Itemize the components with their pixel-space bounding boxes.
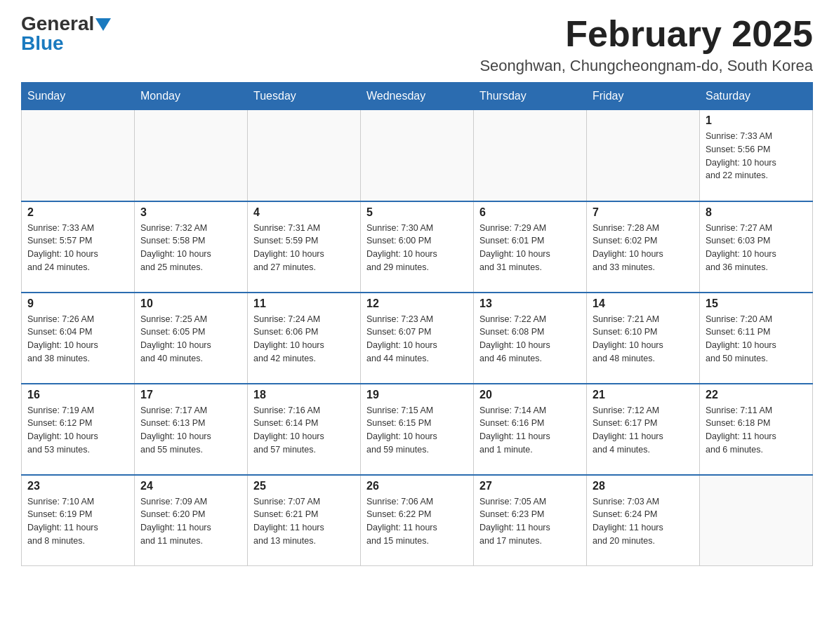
- page-header: General Blue February 2025 Seonghwan, Ch…: [21, 14, 813, 75]
- calendar-cell: 15Sunrise: 7:20 AMSunset: 6:11 PMDayligh…: [700, 293, 813, 384]
- calendar-cell: [700, 475, 813, 566]
- day-number: 22: [706, 389, 807, 401]
- day-number: 20: [479, 389, 581, 401]
- day-info: Sunrise: 7:27 AMSunset: 6:03 PMDaylight:…: [706, 222, 807, 274]
- day-info: Sunrise: 7:20 AMSunset: 6:11 PMDaylight:…: [706, 313, 807, 365]
- day-number: 12: [366, 297, 468, 310]
- calendar-cell: 27Sunrise: 7:05 AMSunset: 6:23 PMDayligh…: [474, 475, 587, 566]
- location-subtitle: Seonghwan, Chungcheongnam-do, South Kore…: [479, 57, 813, 75]
- calendar-cell: 19Sunrise: 7:15 AMSunset: 6:15 PMDayligh…: [361, 384, 474, 475]
- calendar-week-row: 16Sunrise: 7:19 AMSunset: 6:12 PMDayligh…: [22, 384, 813, 475]
- day-number: 19: [366, 389, 468, 401]
- calendar-cell: 12Sunrise: 7:23 AMSunset: 6:07 PMDayligh…: [361, 293, 474, 384]
- day-info: Sunrise: 7:25 AMSunset: 6:05 PMDaylight:…: [140, 313, 241, 365]
- day-number: 15: [706, 297, 807, 310]
- day-info: Sunrise: 7:06 AMSunset: 6:22 PMDaylight:…: [366, 495, 468, 548]
- day-number: 28: [593, 480, 694, 492]
- logo-general-text: General: [21, 14, 94, 34]
- logo-blue-text: Blue: [21, 34, 64, 53]
- calendar-cell: [135, 110, 248, 201]
- calendar-week-row: 1Sunrise: 7:33 AMSunset: 5:56 PMDaylight…: [22, 110, 813, 201]
- day-info: Sunrise: 7:03 AMSunset: 6:24 PMDaylight:…: [593, 495, 694, 548]
- calendar-week-row: 23Sunrise: 7:10 AMSunset: 6:19 PMDayligh…: [22, 475, 813, 566]
- day-info: Sunrise: 7:16 AMSunset: 6:14 PMDaylight:…: [253, 404, 355, 457]
- day-number: 10: [140, 297, 241, 310]
- day-info: Sunrise: 7:29 AMSunset: 6:01 PMDaylight:…: [479, 222, 581, 274]
- calendar-cell: [361, 110, 474, 201]
- calendar-table: SundayMondayTuesdayWednesdayThursdayFrid…: [21, 82, 813, 566]
- column-header-sunday: Sunday: [22, 83, 135, 110]
- calendar-cell: 20Sunrise: 7:14 AMSunset: 6:16 PMDayligh…: [474, 384, 587, 475]
- day-number: 6: [479, 206, 581, 219]
- day-number: 14: [593, 297, 694, 310]
- day-number: 18: [253, 389, 355, 401]
- calendar-cell: 7Sunrise: 7:28 AMSunset: 6:02 PMDaylight…: [587, 201, 700, 293]
- calendar-cell: 23Sunrise: 7:10 AMSunset: 6:19 PMDayligh…: [22, 475, 135, 566]
- day-info: Sunrise: 7:26 AMSunset: 6:04 PMDaylight:…: [27, 313, 128, 365]
- logo: General Blue: [21, 14, 111, 53]
- calendar-cell: 13Sunrise: 7:22 AMSunset: 6:08 PMDayligh…: [474, 293, 587, 384]
- day-info: Sunrise: 7:32 AMSunset: 5:58 PMDaylight:…: [140, 222, 241, 274]
- day-number: 1: [706, 114, 807, 127]
- day-number: 2: [27, 206, 128, 219]
- calendar-cell: [587, 110, 700, 201]
- day-number: 25: [253, 480, 355, 492]
- calendar-cell: [22, 110, 135, 201]
- calendar-cell: 9Sunrise: 7:26 AMSunset: 6:04 PMDaylight…: [22, 293, 135, 384]
- calendar-cell: [248, 110, 361, 201]
- calendar-cell: 4Sunrise: 7:31 AMSunset: 5:59 PMDaylight…: [248, 201, 361, 293]
- day-number: 17: [140, 389, 241, 401]
- day-number: 9: [27, 297, 128, 310]
- day-info: Sunrise: 7:22 AMSunset: 6:08 PMDaylight:…: [479, 313, 581, 365]
- calendar-cell: [474, 110, 587, 201]
- day-info: Sunrise: 7:11 AMSunset: 6:18 PMDaylight:…: [706, 404, 807, 457]
- column-header-tuesday: Tuesday: [248, 83, 361, 110]
- day-number: 11: [253, 297, 355, 310]
- column-header-monday: Monday: [135, 83, 248, 110]
- calendar-cell: 8Sunrise: 7:27 AMSunset: 6:03 PMDaylight…: [700, 201, 813, 293]
- day-info: Sunrise: 7:17 AMSunset: 6:13 PMDaylight:…: [140, 404, 241, 457]
- day-number: 13: [479, 297, 581, 310]
- day-number: 23: [27, 480, 128, 492]
- day-number: 27: [479, 480, 581, 492]
- calendar-cell: 3Sunrise: 7:32 AMSunset: 5:58 PMDaylight…: [135, 201, 248, 293]
- day-info: Sunrise: 7:21 AMSunset: 6:10 PMDaylight:…: [593, 313, 694, 365]
- day-number: 26: [366, 480, 468, 492]
- day-info: Sunrise: 7:09 AMSunset: 6:20 PMDaylight:…: [140, 495, 241, 548]
- title-block: February 2025 Seonghwan, Chungcheongnam-…: [479, 14, 813, 75]
- column-header-saturday: Saturday: [700, 83, 813, 110]
- day-number: 4: [253, 206, 355, 219]
- day-number: 21: [593, 389, 694, 401]
- calendar-cell: 22Sunrise: 7:11 AMSunset: 6:18 PMDayligh…: [700, 384, 813, 475]
- calendar-cell: 2Sunrise: 7:33 AMSunset: 5:57 PMDaylight…: [22, 201, 135, 293]
- day-info: Sunrise: 7:15 AMSunset: 6:15 PMDaylight:…: [366, 404, 468, 457]
- column-header-thursday: Thursday: [474, 83, 587, 110]
- calendar-cell: 5Sunrise: 7:30 AMSunset: 6:00 PMDaylight…: [361, 201, 474, 293]
- calendar-cell: 10Sunrise: 7:25 AMSunset: 6:05 PMDayligh…: [135, 293, 248, 384]
- day-info: Sunrise: 7:23 AMSunset: 6:07 PMDaylight:…: [366, 313, 468, 365]
- month-year-title: February 2025: [479, 14, 813, 54]
- calendar-cell: 17Sunrise: 7:17 AMSunset: 6:13 PMDayligh…: [135, 384, 248, 475]
- calendar-cell: 21Sunrise: 7:12 AMSunset: 6:17 PMDayligh…: [587, 384, 700, 475]
- logo-triangle-icon: [95, 18, 111, 31]
- day-info: Sunrise: 7:31 AMSunset: 5:59 PMDaylight:…: [253, 222, 355, 274]
- calendar-week-row: 9Sunrise: 7:26 AMSunset: 6:04 PMDaylight…: [22, 293, 813, 384]
- day-info: Sunrise: 7:12 AMSunset: 6:17 PMDaylight:…: [593, 404, 694, 457]
- calendar-header-row: SundayMondayTuesdayWednesdayThursdayFrid…: [22, 83, 813, 110]
- calendar-cell: 14Sunrise: 7:21 AMSunset: 6:10 PMDayligh…: [587, 293, 700, 384]
- day-info: Sunrise: 7:28 AMSunset: 6:02 PMDaylight:…: [593, 222, 694, 274]
- calendar-cell: 24Sunrise: 7:09 AMSunset: 6:20 PMDayligh…: [135, 475, 248, 566]
- day-info: Sunrise: 7:24 AMSunset: 6:06 PMDaylight:…: [253, 313, 355, 365]
- calendar-cell: 16Sunrise: 7:19 AMSunset: 6:12 PMDayligh…: [22, 384, 135, 475]
- day-info: Sunrise: 7:19 AMSunset: 6:12 PMDaylight:…: [27, 404, 128, 457]
- day-info: Sunrise: 7:07 AMSunset: 6:21 PMDaylight:…: [253, 495, 355, 548]
- day-number: 3: [140, 206, 241, 219]
- calendar-cell: 25Sunrise: 7:07 AMSunset: 6:21 PMDayligh…: [248, 475, 361, 566]
- column-header-friday: Friday: [587, 83, 700, 110]
- day-info: Sunrise: 7:14 AMSunset: 6:16 PMDaylight:…: [479, 404, 581, 457]
- day-info: Sunrise: 7:10 AMSunset: 6:19 PMDaylight:…: [27, 495, 128, 548]
- calendar-cell: 28Sunrise: 7:03 AMSunset: 6:24 PMDayligh…: [587, 475, 700, 566]
- calendar-cell: 18Sunrise: 7:16 AMSunset: 6:14 PMDayligh…: [248, 384, 361, 475]
- calendar-cell: 26Sunrise: 7:06 AMSunset: 6:22 PMDayligh…: [361, 475, 474, 566]
- calendar-week-row: 2Sunrise: 7:33 AMSunset: 5:57 PMDaylight…: [22, 201, 813, 293]
